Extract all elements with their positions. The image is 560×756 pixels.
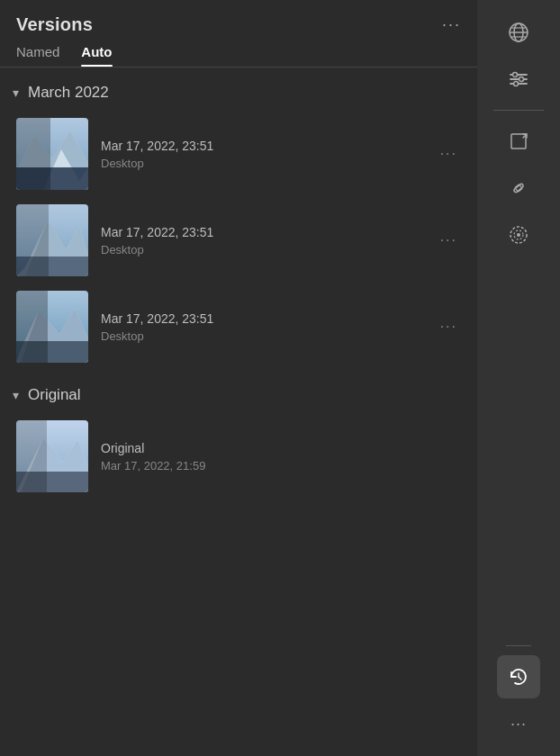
version-device: Desktop xyxy=(101,157,420,170)
svg-rect-6 xyxy=(16,118,50,190)
version-thumbnail xyxy=(16,204,88,276)
versions-list: ▾ March 2022 xyxy=(0,68,477,756)
version-date: Mar 17, 2022, 23:51 xyxy=(101,139,420,153)
main-panel: Versions ··· Named Auto ▾ March 2022 xyxy=(0,0,477,756)
panel-title: Versions xyxy=(16,14,93,35)
svg-rect-11 xyxy=(16,204,49,276)
original-item[interactable]: Original Mar 17, 2022, 21:59 xyxy=(0,413,477,500)
version-item[interactable]: Mar 17, 2022, 23:51 Desktop ··· xyxy=(0,197,477,284)
bandaid-icon[interactable] xyxy=(497,166,540,210)
version-info: Mar 17, 2022, 23:51 Desktop xyxy=(101,311,420,343)
version-item[interactable]: Mar 17, 2022, 23:51 Desktop ··· xyxy=(0,284,477,370)
tab-auto[interactable]: Auto xyxy=(81,44,112,67)
version-device: Desktop xyxy=(101,243,420,256)
more-dots: ··· xyxy=(510,716,527,732)
version-more-button[interactable]: ··· xyxy=(433,229,465,252)
transform-icon[interactable] xyxy=(497,120,540,163)
tabs-bar: Named Auto xyxy=(0,44,477,67)
tab-named[interactable]: Named xyxy=(16,44,59,67)
version-device: Desktop xyxy=(101,329,420,343)
original-date: Mar 17, 2022, 21:59 xyxy=(101,459,465,472)
svg-point-31 xyxy=(519,77,524,82)
sidebar-more-button[interactable]: ··· xyxy=(497,702,540,745)
version-more-button[interactable]: ··· xyxy=(433,315,465,338)
original-info: Original Mar 17, 2022, 21:59 xyxy=(101,441,465,472)
version-item[interactable]: Mar 17, 2022, 23:51 Desktop ··· xyxy=(0,111,477,197)
history-icon[interactable] xyxy=(497,655,540,698)
chevron-down-icon: ▾ xyxy=(13,86,19,100)
header-more-button[interactable]: ··· xyxy=(442,15,461,34)
section-original[interactable]: ▾ Original xyxy=(0,370,477,413)
sidebar-divider xyxy=(493,110,543,111)
section-title-march2022: March 2022 xyxy=(28,84,109,102)
original-label: Original xyxy=(101,441,465,455)
sliders-icon[interactable] xyxy=(497,58,540,101)
sidebar-bottom: ··· xyxy=(497,640,540,745)
section-title-original: Original xyxy=(28,386,81,404)
svg-point-39 xyxy=(517,233,520,237)
svg-rect-21 xyxy=(16,420,47,492)
chevron-down-icon: ▾ xyxy=(13,388,19,402)
svg-rect-16 xyxy=(16,291,48,363)
version-thumbnail xyxy=(16,118,88,190)
original-thumbnail xyxy=(16,420,88,492)
version-info: Mar 17, 2022, 23:51 Desktop xyxy=(101,225,420,256)
sidebar-divider-2 xyxy=(506,645,532,646)
header: Versions ··· xyxy=(0,0,477,44)
svg-point-32 xyxy=(514,82,519,86)
version-thumbnail xyxy=(16,291,88,363)
version-date: Mar 17, 2022, 23:51 xyxy=(101,225,420,239)
globe-icon[interactable] xyxy=(497,11,540,54)
right-sidebar: ··· xyxy=(477,0,560,756)
version-date: Mar 17, 2022, 23:51 xyxy=(101,311,420,326)
section-march2022[interactable]: ▾ March 2022 xyxy=(0,68,477,111)
texture-icon[interactable] xyxy=(497,213,540,256)
svg-point-30 xyxy=(513,73,518,77)
version-info: Mar 17, 2022, 23:51 Desktop xyxy=(101,139,420,170)
svg-line-41 xyxy=(519,677,521,680)
version-more-button[interactable]: ··· xyxy=(433,142,465,166)
